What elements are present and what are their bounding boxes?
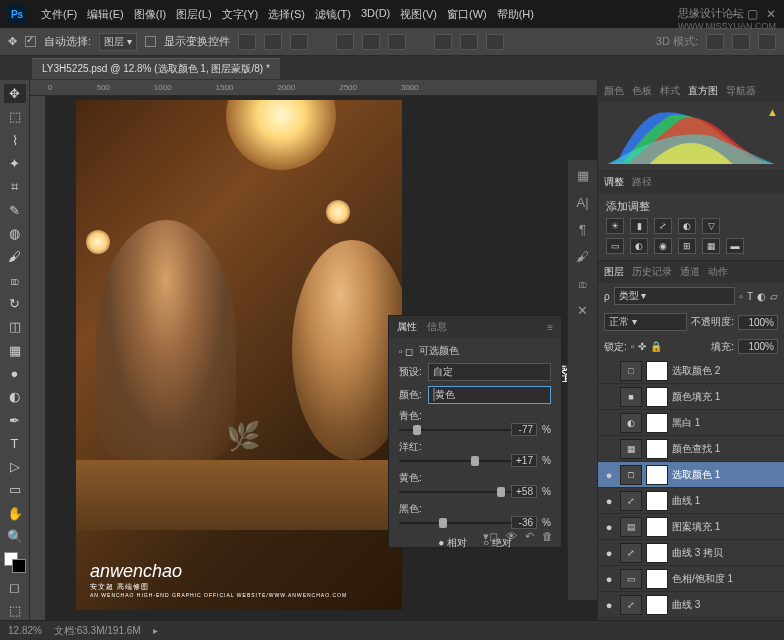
menu-select[interactable]: 选择(S) <box>265 4 308 25</box>
shape-tool[interactable]: ▭ <box>4 480 26 499</box>
tab-histogram[interactable]: 直方图 <box>688 84 718 98</box>
marquee-tool[interactable]: ⬚ <box>4 107 26 126</box>
move-tool[interactable]: ✥ <box>4 84 26 103</box>
menu-edit[interactable]: 编辑(E) <box>84 4 127 25</box>
menu-file[interactable]: 文件(F) <box>38 4 80 25</box>
tab-history[interactable]: 历史记录 <box>632 265 672 279</box>
menu-filter[interactable]: 滤镜(T) <box>312 4 354 25</box>
dist-icon[interactable] <box>486 34 504 50</box>
doc-size[interactable]: 文档:63.3M/191.6M <box>54 624 141 638</box>
3d-icon[interactable] <box>732 34 750 50</box>
clip-icon[interactable]: ▾◻ <box>483 530 498 543</box>
filter-icon[interactable]: T <box>747 291 753 302</box>
char-icon[interactable]: A| <box>576 195 588 210</box>
para-icon[interactable]: ¶ <box>579 222 586 237</box>
tab-info[interactable]: 信息 <box>427 320 447 334</box>
adj-vibrance[interactable]: ▽ <box>702 218 720 234</box>
layer-row[interactable]: ●⤢曲线 3 <box>598 592 784 618</box>
slider-value[interactable]: -36 <box>511 516 537 529</box>
heal-tool[interactable]: ◍ <box>4 224 26 243</box>
reset-icon[interactable]: ↶ <box>525 530 534 543</box>
tab-swatches[interactable]: 色板 <box>632 84 652 98</box>
adj-curves[interactable]: ⤢ <box>654 218 672 234</box>
clone-icon[interactable]: ⎄ <box>579 276 587 291</box>
adj-mixer[interactable]: ⊞ <box>678 238 696 254</box>
slider[interactable]: -36% <box>399 516 551 530</box>
auto-select-check[interactable] <box>25 36 36 47</box>
layer-row[interactable]: ●□选取颜色 1 <box>598 462 784 488</box>
filter-icon[interactable]: ◐ <box>757 291 766 302</box>
align-icon[interactable] <box>264 34 282 50</box>
document-tab[interactable]: LY3H5225.psd @ 12.8% (选取颜色 1, 图层蒙版/8) * <box>32 58 280 79</box>
panel-menu-icon[interactable]: ≡ <box>547 322 553 333</box>
gradient-tool[interactable]: ▦ <box>4 340 26 359</box>
menu-window[interactable]: 窗口(W) <box>444 4 490 25</box>
hand-tool[interactable]: ✋ <box>4 504 26 523</box>
pen-tool[interactable]: ✒ <box>4 410 26 429</box>
filter-icon[interactable]: ▱ <box>770 291 778 302</box>
tool-presets-icon[interactable]: ✕ <box>577 303 588 318</box>
dist-icon[interactable] <box>362 34 380 50</box>
eyedropper-tool[interactable]: ✎ <box>4 201 26 220</box>
tab-channels[interactable]: 通道 <box>680 265 700 279</box>
adj-brightness[interactable]: ☀ <box>606 218 624 234</box>
lock-icon[interactable]: 🔒 <box>650 341 662 352</box>
visibility-icon[interactable]: ● <box>602 547 616 559</box>
slider-value[interactable]: +17 <box>511 454 537 467</box>
menu-help[interactable]: 帮助(H) <box>494 4 537 25</box>
visibility-icon[interactable]: ● <box>602 573 616 585</box>
dist-icon[interactable] <box>336 34 354 50</box>
color-swatch[interactable] <box>4 552 26 573</box>
adj-exposure[interactable]: ◐ <box>678 218 696 234</box>
tab-layers[interactable]: 图层 <box>604 265 624 279</box>
3d-icon[interactable] <box>758 34 776 50</box>
3d-icon[interactable] <box>706 34 724 50</box>
tab-paths[interactable]: 路径 <box>632 175 652 189</box>
lock-icon[interactable]: ✜ <box>638 341 646 352</box>
wand-tool[interactable]: ✦ <box>4 154 26 173</box>
layer-row[interactable]: □选取颜色 2 <box>598 358 784 384</box>
canvas[interactable]: anwenchao 安文超 高端修图 AN WENCHAO HIGH-END G… <box>76 100 402 610</box>
layer-row[interactable]: ●⤢曲线 3 拷贝 <box>598 540 784 566</box>
layer-row[interactable]: ▦颜色查找 1 <box>598 436 784 462</box>
text-tool[interactable]: T <box>4 434 26 453</box>
slider-value[interactable]: -77 <box>511 423 537 436</box>
crop-tool[interactable]: ⌗ <box>4 177 26 196</box>
adj-bw[interactable]: ◐ <box>630 238 648 254</box>
color-select[interactable]: 黄色 <box>428 386 551 404</box>
preset-select[interactable]: 自定 <box>428 363 551 381</box>
tab-actions[interactable]: 动作 <box>708 265 728 279</box>
align-icon[interactable] <box>238 34 256 50</box>
visibility-icon[interactable]: ● <box>602 495 616 507</box>
zoom-tool[interactable]: 🔍 <box>4 527 26 546</box>
lock-icon[interactable]: ▫ <box>631 341 635 352</box>
adj-hue[interactable]: ▭ <box>606 238 624 254</box>
dist-icon[interactable] <box>388 34 406 50</box>
tab-color[interactable]: 颜色 <box>604 84 624 98</box>
lasso-tool[interactable]: ⌇ <box>4 131 26 150</box>
layer-row[interactable]: ●▭色相/饱和度 1 <box>598 566 784 592</box>
adj-levels[interactable]: ▮ <box>630 218 648 234</box>
view-icon[interactable]: 👁 <box>506 530 517 543</box>
adj-invert[interactable]: ▬ <box>726 238 744 254</box>
opacity-input[interactable]: 100% <box>738 315 778 330</box>
show-transform-check[interactable] <box>145 36 156 47</box>
blend-mode[interactable]: 正常 ▾ <box>604 313 687 331</box>
layer-filter[interactable]: 类型 ▾ <box>614 287 736 305</box>
tab-properties[interactable]: 属性 <box>397 320 417 334</box>
layer-row[interactable]: ●▤图案填充 1 <box>598 514 784 540</box>
dodge-tool[interactable]: ◐ <box>4 387 26 406</box>
brush-tool[interactable]: 🖌 <box>4 247 26 266</box>
filter-icon[interactable]: ▫ <box>739 291 743 302</box>
tab-styles[interactable]: 样式 <box>660 84 680 98</box>
slider[interactable]: -77% <box>399 423 551 437</box>
slider-value[interactable]: +58 <box>511 485 537 498</box>
visibility-icon[interactable]: ● <box>602 599 616 611</box>
layer-row[interactable]: ■颜色填充 1 <box>598 384 784 410</box>
auto-select-target[interactable]: 图层 ▾ <box>99 33 137 51</box>
blur-tool[interactable]: ● <box>4 364 26 383</box>
layer-row[interactable]: ●⤢曲线 1 <box>598 488 784 514</box>
quickmask-tool[interactable]: ◻ <box>4 577 26 596</box>
adj-lookup[interactable]: ▦ <box>702 238 720 254</box>
tab-navigator[interactable]: 导航器 <box>726 84 756 98</box>
